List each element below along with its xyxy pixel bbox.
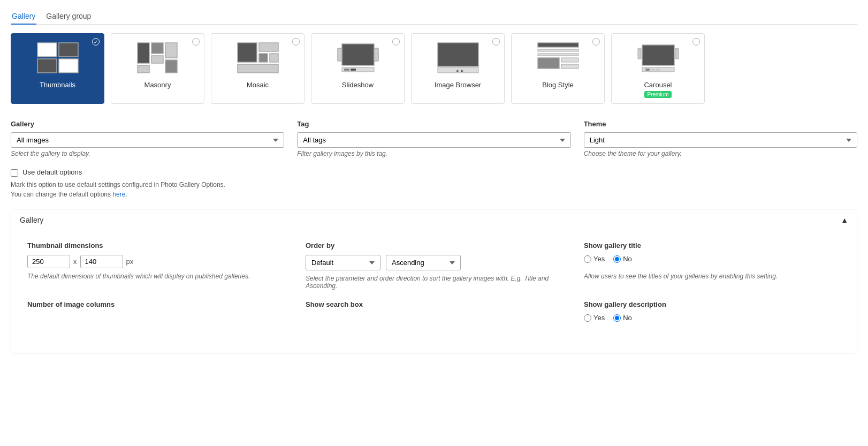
svg-rect-11	[259, 43, 278, 51]
svg-rect-4	[138, 43, 149, 63]
svg-rect-25	[538, 49, 578, 51]
order-by-default-select[interactable]: Default Title Date Random	[306, 255, 380, 270]
show-gallery-description-radios: Yes No	[584, 314, 841, 327]
gallery-card-mosaic[interactable]: Mosaic	[211, 33, 304, 104]
svg-rect-32	[675, 48, 679, 59]
gallery-field-group: Gallery All images Select the gallery to…	[11, 120, 284, 157]
svg-rect-34	[645, 69, 650, 71]
slideshow-icon	[317, 39, 399, 77]
blog-style-label: Blog Style	[517, 81, 599, 89]
svg-text:◄ ►: ◄ ►	[455, 69, 465, 73]
section-body: Thumbnail dimensions x px The default di…	[11, 231, 857, 353]
show-gallery-description-yes-label[interactable]: Yes	[584, 314, 605, 322]
tag-select[interactable]: All tags	[297, 132, 570, 148]
thumbnail-dimensions-inputs: x px	[27, 255, 284, 268]
show-gallery-title-radios: Yes No	[584, 255, 841, 268]
svg-rect-31	[638, 48, 641, 59]
carousel-icon	[617, 39, 699, 77]
gallery-select[interactable]: All images	[11, 132, 284, 148]
tag-field-group: Tag All tags Filter gallery images by th…	[297, 120, 570, 157]
mosaic-label: Mosaic	[217, 81, 299, 89]
dim-unit: px	[126, 258, 134, 266]
show-gallery-title-yes-label[interactable]: Yes	[584, 255, 605, 263]
svg-rect-8	[138, 65, 149, 73]
gallery-card-masonry[interactable]: Masonry	[111, 33, 204, 104]
radio-carousel	[692, 38, 700, 46]
show-gallery-title-yes[interactable]	[584, 255, 591, 263]
svg-rect-15	[342, 44, 374, 65]
section-row-2: Number of image columns Show search box …	[27, 300, 841, 331]
thumbnails-icon	[17, 39, 98, 77]
gallery-card-carousel[interactable]: Carousel Premium	[611, 33, 705, 104]
svg-rect-26	[538, 54, 578, 56]
svg-rect-28	[561, 58, 578, 62]
tag-help: Filter gallery images by this tag.	[297, 150, 570, 157]
default-options-link[interactable]: here	[112, 191, 125, 198]
svg-rect-2	[37, 59, 57, 73]
gallery-section-panel: Gallery ▲ Thumbnail dimensions x px The …	[11, 209, 857, 353]
svg-rect-9	[165, 60, 177, 73]
gallery-help: Select the gallery to display.	[11, 150, 284, 157]
order-by-direction-select[interactable]: Ascending Descending	[386, 255, 461, 270]
order-by-selects: Default Title Date Random Ascending Desc…	[306, 255, 562, 270]
svg-rect-20	[351, 69, 356, 71]
svg-rect-10	[238, 43, 257, 62]
default-options-label[interactable]: Use default options	[22, 168, 82, 176]
premium-badge: Premium	[644, 91, 671, 98]
num-columns-label: Number of image columns	[27, 300, 284, 308]
gallery-card-blog-style[interactable]: Blog Style	[511, 33, 605, 104]
slideshow-label: Slideshow	[317, 81, 399, 89]
svg-rect-21	[438, 43, 478, 66]
mosaic-icon	[217, 39, 299, 77]
show-gallery-title-no-label[interactable]: No	[613, 255, 632, 263]
svg-rect-24	[538, 43, 578, 47]
theme-field-group: Theme Light Dark Choose the theme for yo…	[584, 120, 857, 157]
svg-rect-29	[561, 64, 578, 69]
show-search-box-label: Show search box	[306, 300, 562, 308]
masonry-icon	[117, 39, 199, 77]
num-columns-group: Number of image columns	[27, 300, 284, 331]
svg-rect-1	[59, 43, 78, 57]
radio-blog-style	[592, 38, 600, 46]
gallery-card-thumbnails[interactable]: Thumbnails	[11, 33, 104, 104]
svg-rect-35	[651, 69, 655, 71]
dim-x-separator: x	[73, 258, 77, 266]
svg-rect-30	[642, 45, 674, 65]
thumbnails-label: Thumbnails	[17, 81, 98, 89]
radio-masonry	[192, 38, 200, 46]
default-options-note2: You can change the default options here.	[11, 191, 857, 198]
radio-image-browser	[492, 38, 500, 46]
carousel-label: Carousel	[617, 81, 699, 89]
svg-rect-12	[259, 54, 268, 62]
main-form-row: Gallery All images Select the gallery to…	[11, 120, 857, 157]
show-gallery-title-no[interactable]	[613, 255, 621, 263]
svg-rect-7	[151, 56, 163, 63]
thumbnail-dimensions-group: Thumbnail dimensions x px The default di…	[27, 241, 284, 290]
thumbnail-dimensions-help: The default dimensions of thumbnails whi…	[27, 273, 284, 280]
show-gallery-description-no-label[interactable]: No	[613, 314, 632, 322]
default-options-checkbox[interactable]	[11, 169, 18, 177]
svg-rect-3	[59, 59, 78, 73]
show-gallery-title-group: Show gallery title Yes No Allow users to…	[584, 241, 841, 290]
thumbnail-height-input[interactable]	[80, 255, 123, 268]
show-search-box-group: Show search box	[306, 300, 562, 331]
svg-rect-13	[270, 54, 278, 62]
tag-field-label: Tag	[297, 120, 570, 128]
thumbnail-dimensions-label: Thumbnail dimensions	[27, 241, 284, 250]
gallery-card-slideshow[interactable]: Slideshow	[311, 33, 405, 104]
gallery-card-image-browser[interactable]: ◄ ► Image Browser	[411, 33, 505, 104]
radio-mosaic	[292, 38, 300, 46]
show-gallery-description-no[interactable]	[613, 314, 621, 322]
gallery-type-selector: Thumbnails Masonry	[11, 33, 857, 104]
tab-gallery[interactable]: Gallery	[11, 9, 36, 25]
image-browser-icon: ◄ ►	[417, 39, 499, 77]
show-gallery-description-yes[interactable]	[584, 314, 591, 322]
theme-select[interactable]: Light Dark	[584, 132, 857, 148]
svg-rect-5	[151, 43, 163, 54]
tab-bar: Gallery Gallery group	[11, 9, 857, 25]
thumbnail-width-input[interactable]	[27, 255, 70, 268]
section-header[interactable]: Gallery ▲	[11, 209, 857, 231]
tab-gallery-group[interactable]: Gallery group	[45, 9, 92, 25]
svg-rect-17	[374, 48, 378, 61]
order-by-help: Select the parameter and order direction…	[306, 275, 562, 290]
